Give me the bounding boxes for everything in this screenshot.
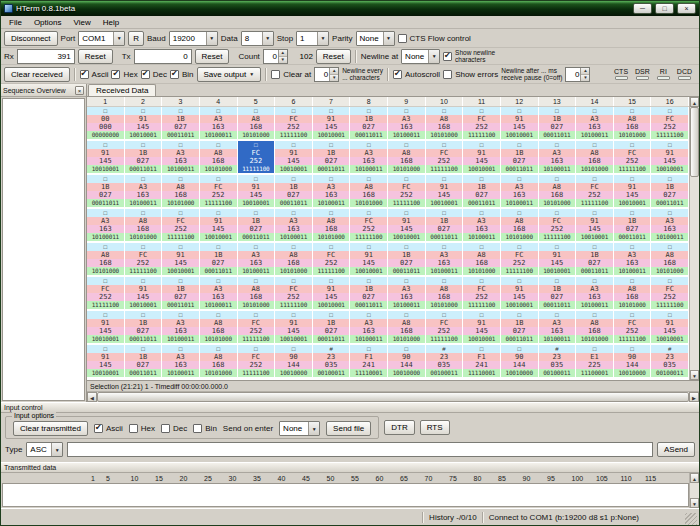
byte-cell[interactable]: 00000000 <box>87 131 125 139</box>
byte-cell[interactable]: 11110001 <box>463 369 501 377</box>
byte-cell[interactable]: 10100011 <box>614 267 652 275</box>
byte-cell[interactable]: 1B <box>275 183 313 191</box>
byte-cell[interactable]: 10100011 <box>275 233 313 241</box>
byte-cell[interactable]: 168 <box>539 191 577 199</box>
byte-cell[interactable]: FC <box>313 251 351 259</box>
byte-cell[interactable]: 10100011 <box>313 199 351 207</box>
byte-cell[interactable]: □ <box>463 175 501 183</box>
byte-cell[interactable]: □ <box>200 345 238 353</box>
byte-cell[interactable]: A8 <box>162 183 200 191</box>
byte-cell[interactable]: □ <box>651 141 689 149</box>
byte-cell[interactable]: 241 <box>350 361 388 369</box>
byte-cell[interactable]: □ <box>614 243 652 251</box>
byte-cell[interactable]: 168 <box>576 157 614 165</box>
byte-cell[interactable]: 144 <box>614 361 652 369</box>
cts-flow-checkbox[interactable]: CTS Flow control <box>398 34 471 43</box>
byte-cell[interactable]: 163 <box>463 225 501 233</box>
byte-cell[interactable]: 027 <box>350 123 388 131</box>
byte-cell[interactable]: A8 <box>200 319 238 327</box>
byte-cell[interactable]: 252 <box>463 123 501 131</box>
byte-cell[interactable]: 00100011 <box>313 369 351 377</box>
byte-cell[interactable]: 91 <box>200 217 238 225</box>
byte-cell[interactable]: □ <box>313 209 351 217</box>
byte-cell[interactable]: 027 <box>576 259 614 267</box>
byte-cell[interactable]: 10010001 <box>125 301 163 309</box>
byte-cell[interactable]: 91 <box>501 115 539 123</box>
byte-cell[interactable]: 11111100 <box>426 165 464 173</box>
byte-cell[interactable]: □ <box>313 243 351 251</box>
byte-cell[interactable]: 10101000 <box>614 131 652 139</box>
byte-cell[interactable]: FC <box>426 149 464 157</box>
byte-cell[interactable]: 145 <box>238 191 276 199</box>
show-newline-checkbox[interactable]: Show newline characters <box>443 49 495 63</box>
byte-cell[interactable]: 168 <box>463 259 501 267</box>
byte-cell[interactable]: □ <box>539 277 577 285</box>
byte-cell[interactable]: □ <box>388 311 426 319</box>
byte-cell[interactable]: 00011011 <box>200 267 238 275</box>
byte-cell[interactable]: 145 <box>313 123 351 131</box>
byte-cell[interactable]: 00011011 <box>313 335 351 343</box>
byte-cell[interactable]: 163 <box>238 259 276 267</box>
tx-reset-button[interactable]: Reset <box>195 49 230 64</box>
byte-cell[interactable]: 145 <box>87 157 125 165</box>
byte-cell[interactable]: 10101000 <box>388 165 426 173</box>
byte-cell[interactable]: FC <box>238 149 276 157</box>
byte-cell[interactable]: 11111100 <box>275 301 313 309</box>
byte-cell[interactable]: 11111100 <box>200 199 238 207</box>
byte-cell[interactable]: 027 <box>162 123 200 131</box>
byte-cell[interactable]: 027 <box>275 191 313 199</box>
byte-cell[interactable]: 10101000 <box>200 369 238 377</box>
byte-cell[interactable]: 00011011 <box>388 267 426 275</box>
byte-cell[interactable]: A8 <box>426 285 464 293</box>
input-ascii-checkbox[interactable]: Ascii <box>94 424 123 433</box>
byte-cell[interactable]: 252 <box>576 191 614 199</box>
byte-cell[interactable]: 90 <box>388 353 426 361</box>
byte-cell[interactable]: 1B <box>426 217 464 225</box>
byte-cell[interactable]: 10101000 <box>238 131 276 139</box>
autoscroll-checkbox[interactable]: Autoscroll <box>393 70 440 79</box>
byte-cell[interactable]: □ <box>388 345 426 353</box>
byte-cell[interactable]: 163 <box>388 293 426 301</box>
byte-cell[interactable]: 10010001 <box>87 335 125 343</box>
byte-cell[interactable]: A8 <box>275 251 313 259</box>
byte-cell[interactable]: □ <box>275 107 313 115</box>
byte-cell[interactable]: 91 <box>275 149 313 157</box>
byte-cell[interactable]: □ <box>87 243 125 251</box>
byte-cell[interactable]: A3 <box>463 217 501 225</box>
byte-cell[interactable]: FC <box>651 285 689 293</box>
byte-cell[interactable]: 252 <box>651 123 689 131</box>
byte-cell[interactable]: □ <box>463 209 501 217</box>
send-input[interactable] <box>67 442 653 457</box>
byte-cell[interactable]: 145 <box>87 361 125 369</box>
byte-cell[interactable]: □ <box>388 107 426 115</box>
byte-cell[interactable]: 027 <box>614 225 652 233</box>
input-hex-checkbox[interactable]: Hex <box>129 424 155 433</box>
byte-cell[interactable]: □ <box>614 175 652 183</box>
byte-cell[interactable]: 027 <box>125 361 163 369</box>
byte-cell[interactable]: A3 <box>162 353 200 361</box>
byte-cell[interactable]: 168 <box>125 225 163 233</box>
byte-cell[interactable]: □ <box>125 243 163 251</box>
byte-cell[interactable]: 252 <box>162 225 200 233</box>
byte-cell[interactable]: 91 <box>87 319 125 327</box>
byte-cell[interactable]: 00011011 <box>539 131 577 139</box>
byte-cell[interactable]: # <box>313 345 351 353</box>
byte-cell[interactable]: 225 <box>576 361 614 369</box>
byte-cell[interactable]: 00011011 <box>125 369 163 377</box>
type-select[interactable]: ASC ▼ <box>26 442 63 457</box>
bin-checkbox[interactable]: Bin <box>170 70 194 79</box>
input-bin-checkbox[interactable]: Bin <box>193 424 217 433</box>
byte-cell[interactable]: 1B <box>238 217 276 225</box>
byte-cell[interactable]: 91 <box>463 149 501 157</box>
byte-cell[interactable]: 10101000 <box>125 233 163 241</box>
byte-cell[interactable]: 11111100 <box>313 267 351 275</box>
byte-cell[interactable]: 10101000 <box>200 335 238 343</box>
byte-cell[interactable]: 168 <box>200 361 238 369</box>
byte-cell[interactable]: 10101000 <box>238 301 276 309</box>
byte-cell[interactable]: □ <box>651 311 689 319</box>
byte-cell[interactable]: 145 <box>125 293 163 301</box>
byte-cell[interactable]: 163 <box>313 191 351 199</box>
hscroll-thumb[interactable] <box>97 392 689 402</box>
byte-cell[interactable]: 145 <box>426 191 464 199</box>
byte-cell[interactable]: □ <box>388 141 426 149</box>
